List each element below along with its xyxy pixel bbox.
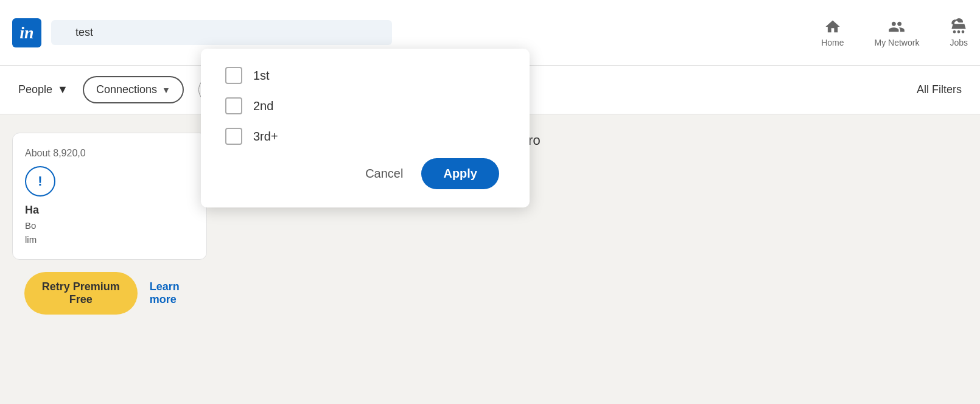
nav-right: Home My Network Jobs (821, 18, 968, 47)
nav-home-label: Home (821, 38, 844, 47)
linkedin-logo-text: in (19, 23, 33, 43)
nav-item-home[interactable]: Home (821, 18, 844, 47)
ha-text: Ha (25, 204, 194, 217)
checkbox-3rd-label: 3rd+ (253, 130, 278, 144)
filter-connections[interactable]: Connections ▼ (83, 76, 184, 103)
result-card: About 8,920,0 ! Ha Bo lim (12, 133, 207, 260)
apply-button[interactable]: Apply (421, 158, 499, 189)
checkbox-1st-label: 1st (253, 69, 270, 83)
checkbox-row-3rd[interactable]: 3rd+ (225, 128, 499, 145)
filter-people[interactable]: People ▼ (18, 83, 68, 96)
dropdown-actions: Cancel Apply (225, 158, 499, 189)
alert-icon: ! (25, 166, 55, 197)
filter-connections-label: Connections (96, 83, 157, 96)
search-bar-wrapper: 🔍 (51, 20, 392, 45)
checkbox-row-2nd[interactable]: 2nd (225, 97, 499, 114)
my-network-icon (888, 18, 905, 35)
filter-people-label: People (18, 83, 52, 96)
connections-dropdown-box: 1st 2nd 3rd+ Cancel Apply (201, 49, 530, 207)
jobs-icon (950, 18, 967, 35)
lim-text: lim (25, 234, 194, 245)
connections-chevron-icon: ▼ (162, 85, 170, 95)
home-icon (824, 18, 841, 35)
connections-dropdown: 1st 2nd 3rd+ Cancel Apply (201, 49, 530, 207)
bo-text: Bo (25, 220, 194, 231)
checkbox-row-1st[interactable]: 1st (225, 67, 499, 84)
nav-item-my-network[interactable]: My Network (875, 18, 920, 47)
checkbox-3rd[interactable] (225, 128, 242, 145)
result-count: About 8,920,0 (25, 148, 194, 159)
checkbox-1st[interactable] (225, 67, 242, 84)
checkbox-2nd-label: 2nd (253, 99, 273, 113)
linkedin-logo[interactable]: in (12, 18, 41, 47)
cancel-button[interactable]: Cancel (365, 167, 403, 181)
retry-premium-button[interactable]: Retry Premium Free (24, 272, 138, 315)
search-input[interactable] (51, 20, 392, 45)
bottom-bar: Retry Premium Free Learn more (12, 260, 207, 315)
nav-item-jobs[interactable]: Jobs (950, 18, 968, 47)
learn-more-link[interactable]: Learn more (150, 280, 195, 306)
checkbox-2nd[interactable] (225, 97, 242, 114)
left-panel: About 8,920,0 ! Ha Bo lim Retry Premium … (0, 114, 219, 404)
people-chevron-icon: ▼ (57, 83, 68, 96)
nav-jobs-label: Jobs (950, 38, 968, 47)
nav-my-network-label: My Network (875, 38, 920, 47)
all-filters-button[interactable]: All Filters (917, 83, 962, 96)
